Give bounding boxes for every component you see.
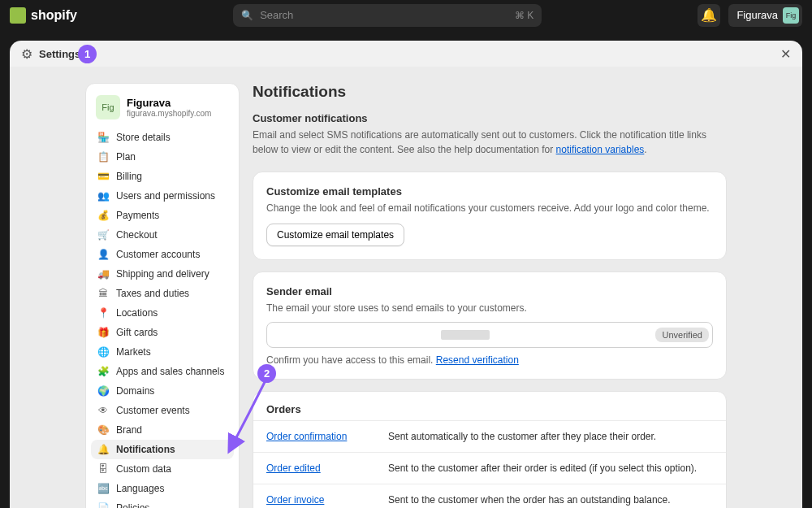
nav-icon: 📄 [97,502,109,508]
sidebar-item-billing[interactable]: 💳Billing [91,167,234,186]
nav-icon: 🔤 [97,483,109,494]
sidebar-item-label: Languages [116,483,164,494]
redacted-email [441,330,490,340]
sidebar-item-notifications[interactable]: 🔔Notifications [91,440,234,459]
order-row: Order invoiceSent to the customer when t… [253,484,726,508]
store-info[interactable]: Fig Figurava figurava.myshopify.com [91,89,234,128]
nav-icon: 🌐 [97,346,109,358]
sidebar-item-domains[interactable]: 🌍Domains [91,381,234,401]
annotation-badge-2: 2 [257,364,276,383]
sidebar-item-payments[interactable]: 💰Payments [91,206,234,225]
avatar: Fig [783,7,799,24]
nav-icon: 👁 [97,405,109,416]
sender-email-input[interactable] [275,329,441,341]
store-name-label: Figurava [736,9,778,21]
sidebar-item-locations[interactable]: 📍Locations [91,303,234,323]
sidebar-item-label: Apps and sales channels [116,366,224,377]
sidebar-item-taxes-and-duties[interactable]: 🏛Taxes and duties [91,284,234,303]
nav-icon: 🌍 [97,385,109,397]
order-row: Order confirmationSent automatically to … [253,420,726,452]
nav-icon: 🔔 [97,444,109,455]
sidebar-item-customer-accounts[interactable]: 👤Customer accounts [91,245,234,264]
search-icon: 🔍 [241,10,253,21]
nav-icon: 📍 [97,307,109,319]
order-row: Order editedSent to the customer after t… [253,452,726,484]
store-domain: figurava.myshopify.com [127,109,211,118]
order-notification-link[interactable]: Order confirmation [266,431,347,442]
sidebar-item-label: Store details [116,132,171,143]
notifications-bell-button[interactable]: 🔔 [698,4,720,27]
sidebar-item-label: Locations [116,307,158,319]
orders-heading: Orders [253,392,726,420]
sidebar-item-label: Policies [116,502,149,508]
order-notification-desc: Sent to the customer after their order i… [388,462,697,474]
modal-header: ⚙ Settings 1 ✕ [10,41,802,67]
bell-icon: 🔔 [701,7,717,23]
notification-variables-link[interactable]: notification variables [556,144,645,155]
nav-icon: 🏛 [97,288,109,299]
sidebar-item-label: Billing [116,171,142,182]
sidebar-item-policies[interactable]: 📄Policies [91,498,234,508]
sidebar-item-brand[interactable]: 🎨Brand [91,420,234,440]
nav-icon: 👤 [97,249,109,260]
nav-icon: 🎁 [97,327,109,338]
sidebar-item-label: Domains [116,385,154,397]
sidebar-item-label: Markets [116,346,151,358]
sidebar-item-label: Custom data [116,463,171,475]
customize-templates-heading: Customize email templates [266,185,713,198]
sidebar-item-custom-data[interactable]: 🗄Custom data [91,459,234,479]
sender-email-heading: Sender email [266,285,713,297]
sidebar-item-label: Customer events [116,405,190,416]
sidebar-item-users-and-permissions[interactable]: 👥Users and permissions [91,186,234,206]
customer-notifications-desc: Email and select SMS notifications are a… [253,128,727,157]
main-content: Notifications Customer notifications Ema… [253,83,727,492]
sidebar-item-label: Customer accounts [116,249,200,260]
store-logo: Fig [96,95,120,119]
unverified-badge: Unverified [655,328,709,342]
sidebar-item-label: Taxes and duties [116,288,189,299]
search-placeholder: Search [260,9,508,21]
page-title: Notifications [253,83,727,101]
sender-email-card: Sender email The email your store uses t… [253,271,727,380]
store-name: Figurava [127,97,211,109]
sidebar-item-markets[interactable]: 🌐Markets [91,342,234,362]
customize-email-templates-button[interactable]: Customize email templates [266,224,404,246]
order-notification-link[interactable]: Order edited [266,462,321,474]
settings-sidebar: Fig Figurava figurava.myshopify.com 🏪Sto… [85,83,240,508]
nav-icon: 🎨 [97,424,109,436]
sidebar-item-shipping-and-delivery[interactable]: 🚚Shipping and delivery [91,264,234,284]
search-input[interactable]: 🔍 Search ⌘ K [233,4,542,27]
sidebar-item-label: Checkout [116,229,158,241]
nav-icon: 📋 [97,151,109,163]
sidebar-item-store-details[interactable]: 🏪Store details [91,128,234,147]
nav-icon: 🏪 [97,132,109,143]
customer-notifications-heading: Customer notifications [253,112,727,124]
sidebar-item-label: Brand [116,424,142,436]
search-shortcut: ⌘ K [515,10,533,21]
nav-icon: 🧩 [97,366,109,377]
close-button[interactable]: ✕ [780,46,791,62]
sender-email-row: Unverified [266,322,713,348]
nav-icon: 💰 [97,210,109,221]
customize-templates-card: Customize email templates Change the loo… [253,172,727,260]
sidebar-item-label: Shipping and delivery [116,268,209,280]
nav-icon: 💳 [97,171,109,182]
store-menu-button[interactable]: Figurava Fig [728,4,802,27]
sidebar-item-label: Plan [116,151,136,163]
sidebar-item-checkout[interactable]: 🛒Checkout [91,225,234,245]
sidebar-item-languages[interactable]: 🔤Languages [91,479,234,498]
customize-templates-desc: Change the look and feel of email notifi… [266,201,713,215]
topbar: shopify 🔍 Search ⌘ K 🔔 Figurava Fig [0,0,812,30]
nav-icon: 🚚 [97,268,109,280]
confirm-text: Confirm you have access to this email. R… [266,354,713,366]
nav-icon: 🛒 [97,229,109,241]
sidebar-item-apps-and-sales-channels[interactable]: 🧩Apps and sales channels [91,362,234,381]
settings-modal: ⚙ Settings 1 ✕ Fig Figurava figurava.mys… [10,41,802,508]
sidebar-item-label: Users and permissions [116,190,215,202]
sidebar-item-plan[interactable]: 📋Plan [91,147,234,167]
sidebar-item-gift-cards[interactable]: 🎁Gift cards [91,323,234,342]
sidebar-item-customer-events[interactable]: 👁Customer events [91,401,234,420]
resend-verification-link[interactable]: Resend verification [436,354,519,366]
order-notification-link[interactable]: Order invoice [266,494,324,506]
logo[interactable]: shopify [10,7,77,24]
